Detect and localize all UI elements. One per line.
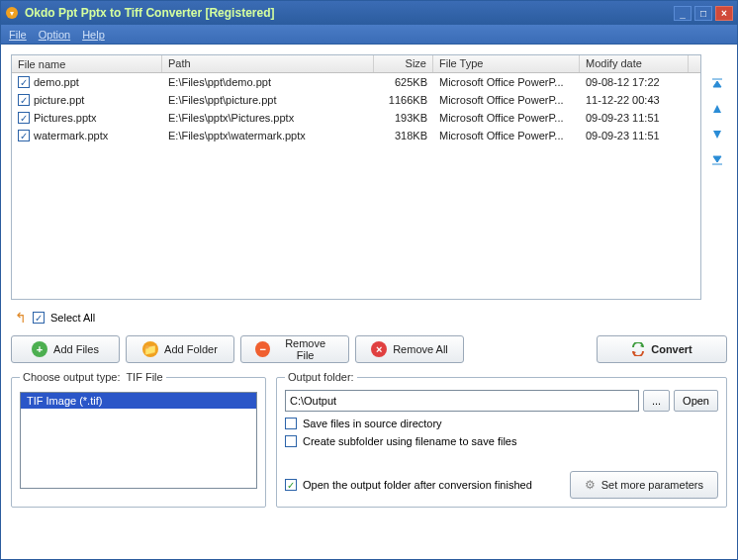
output-type-title: Choose output type: TIF File [20,371,166,383]
cell-name: ✓watermark.pptx [12,129,162,142]
content-area: File name Path Size File Type Modify dat… [1,45,737,559]
convert-button[interactable]: Convert [597,335,727,363]
cell-size: 318KB [374,129,433,142]
table-row[interactable]: ✓watermark.pptxE:\Files\pptx\watermark.p… [12,127,700,144]
row-checkbox[interactable]: ✓ [18,112,30,124]
maximize-button[interactable]: □ [694,6,712,21]
minimize-button[interactable]: _ [674,6,692,21]
grid-header: File name Path Size File Type Modify dat… [12,55,700,73]
select-all-checkbox[interactable]: ✓ [33,312,45,324]
open-after-label: Open the output folder after conversion … [303,479,532,491]
cell-type: Microsoft Office PowerP... [433,75,580,89]
cell-path: E:\Files\pptx\Pictures.pptx [162,111,374,125]
gear-icon: ⚙ [585,478,596,492]
plus-icon: + [32,341,47,357]
set-parameters-label: Set more parameters [601,479,703,491]
bottom-panels: Choose output type: TIF File TIF Image (… [11,371,727,549]
action-bar: + Add Files 📁 Add Folder − Remove File ×… [11,335,727,363]
row-checkbox[interactable]: ✓ [18,94,30,106]
cell-type: Microsoft Office PowerP... [433,93,580,107]
cell-type: Microsoft Office PowerP... [433,129,580,142]
output-type-list[interactable]: TIF Image (*.tif) [20,392,257,489]
open-after-checkbox[interactable]: ✓ [285,479,297,491]
move-bottom-button[interactable] [708,151,726,169]
col-header-name[interactable]: File name [12,55,162,72]
cell-name: ✓picture.ppt [12,93,162,107]
cell-date: 09-08-12 17:22 [580,75,689,89]
up-folder-icon[interactable]: ↰ [15,310,27,326]
menu-file[interactable]: File [9,29,27,41]
remove-file-button[interactable]: − Remove File [240,335,349,363]
cell-size: 193KB [374,111,433,125]
last-row: ✓ Open the output folder after conversio… [285,471,718,499]
save-source-label: Save files in source directory [303,418,442,429]
convert-label: Convert [651,343,692,355]
close-button[interactable]: × [715,6,733,21]
col-header-path[interactable]: Path [162,55,374,72]
open-after-option: ✓ Open the output folder after conversio… [285,479,532,491]
table-row[interactable]: ✓picture.pptE:\Files\ppt\picture.ppt1166… [12,91,700,109]
add-folder-button[interactable]: 📁 Add Folder [126,335,234,363]
cell-date: 09-09-23 11:51 [580,129,689,142]
move-up-button[interactable] [708,100,726,118]
move-top-button[interactable] [708,74,726,92]
col-header-date[interactable]: Modify date [580,55,689,72]
add-folder-label: Add Folder [164,343,218,355]
cell-size: 625KB [374,75,433,89]
table-row[interactable]: ✓demo.pptE:\Files\ppt\demo.ppt625KBMicro… [12,73,700,91]
create-subfolder-option: Create subfolder using filename to save … [285,435,718,447]
browse-button[interactable]: ... [643,390,670,412]
cell-size: 1166KB [374,93,433,107]
cell-name: ✓Pictures.pptx [12,111,162,125]
x-icon: × [371,341,387,357]
output-type-item[interactable]: TIF Image (*.tif) [21,393,256,409]
cell-path: E:\Files\ppt\picture.ppt [162,93,374,107]
add-files-button[interactable]: + Add Files [11,335,120,363]
cell-date: 09-09-23 11:51 [580,111,689,125]
add-files-label: Add Files [53,343,99,355]
file-grid-row: File name Path Size File Type Modify dat… [11,54,727,300]
cell-path: E:\Files\ppt\demo.ppt [162,75,374,89]
row-checkbox[interactable]: ✓ [18,76,30,88]
col-header-size[interactable]: Size [374,55,433,72]
window-title: Okdo Ppt Pptx to Tiff Converter [Registe… [25,6,674,20]
minus-icon: − [255,341,270,357]
cell-name: ✓demo.ppt [12,75,162,89]
cell-path: E:\Files\pptx\watermark.pptx [162,129,374,142]
select-all-row: ↰ ✓ Select All [11,308,727,327]
app-window: Okdo Ppt Pptx to Tiff Converter [Registe… [0,0,738,560]
folder-input-row: ... Open [285,390,718,412]
file-grid: File name Path Size File Type Modify dat… [11,54,701,300]
output-folder-panel: Output folder: ... Open Save files in so… [276,377,727,508]
folder-icon: 📁 [142,341,158,357]
col-header-type[interactable]: File Type [433,55,580,72]
remove-file-label: Remove File [276,337,334,361]
menu-help[interactable]: Help [82,29,105,41]
convert-icon [631,342,645,356]
save-source-checkbox[interactable] [285,418,297,429]
output-type-panel: Choose output type: TIF File TIF Image (… [11,377,266,508]
remove-all-label: Remove All [393,343,448,355]
menubar: File Option Help [1,25,737,45]
save-source-option: Save files in source directory [285,418,718,429]
create-subfolder-label: Create subfolder using filename to save … [303,435,516,447]
move-down-button[interactable] [708,126,726,143]
cell-type: Microsoft Office PowerP... [433,111,580,125]
cell-date: 11-12-22 00:43 [580,93,689,107]
output-folder-title: Output folder: [285,371,357,383]
grid-body: ✓demo.pptE:\Files\ppt\demo.ppt625KBMicro… [12,73,700,299]
table-row[interactable]: ✓Pictures.pptxE:\Files\pptx\Pictures.ppt… [12,109,700,127]
create-subfolder-checkbox[interactable] [285,435,297,447]
reorder-buttons [707,54,727,300]
output-folder-input[interactable] [285,390,639,412]
window-controls: _ □ × [674,6,733,21]
select-all-label: Select All [50,312,95,324]
titlebar: Okdo Ppt Pptx to Tiff Converter [Registe… [1,1,737,25]
set-parameters-button[interactable]: ⚙ Set more parameters [570,471,718,499]
app-icon [5,6,19,20]
row-checkbox[interactable]: ✓ [18,130,30,141]
remove-all-button[interactable]: × Remove All [355,335,464,363]
open-folder-button[interactable]: Open [674,390,718,412]
menu-option[interactable]: Option [39,29,70,41]
